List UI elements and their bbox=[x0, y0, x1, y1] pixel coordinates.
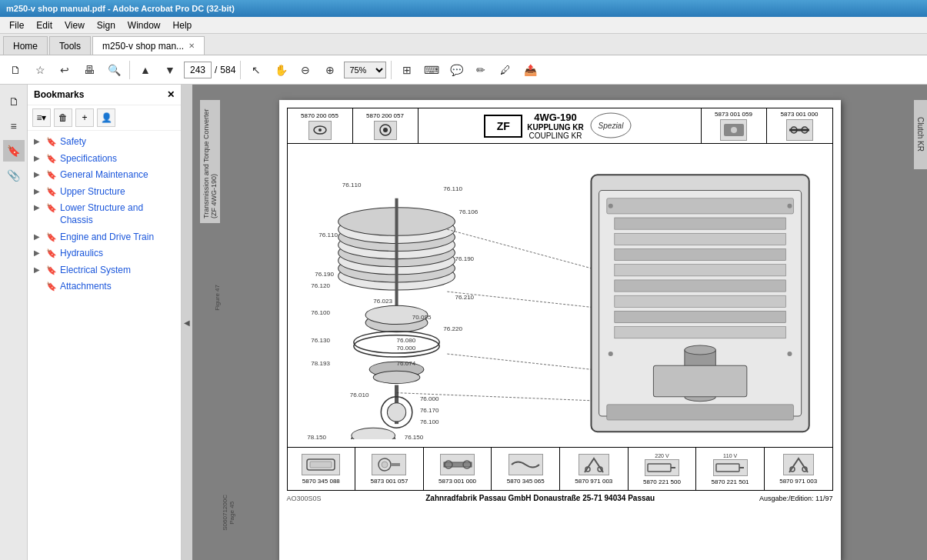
bookmark-hydraulics[interactable]: ▶ 🔖 Hydraulics bbox=[28, 245, 181, 262]
divider-3 bbox=[391, 61, 392, 79]
share-button[interactable]: 📤 bbox=[519, 59, 541, 81]
bm-view-btn[interactable]: ≡▾ bbox=[32, 108, 51, 127]
diagram-subtitle2: COUPLING KR bbox=[527, 132, 583, 140]
prev-page-button[interactable]: ▲ bbox=[135, 59, 156, 81]
sign-button[interactable]: 🖊 bbox=[495, 59, 516, 81]
menu-help[interactable]: Help bbox=[167, 18, 198, 32]
svg-rect-58 bbox=[606, 198, 793, 214]
fit-page-button[interactable]: ⊞ bbox=[396, 59, 418, 81]
svg-text:76.110: 76.110 bbox=[318, 232, 338, 238]
menu-edit[interactable]: Edit bbox=[30, 18, 58, 32]
header-cell-2: 5870 200 057 bbox=[353, 108, 418, 143]
attachments-icon[interactable]: 📎 bbox=[3, 165, 25, 186]
collapse-handle[interactable]: ◀ bbox=[182, 85, 192, 560]
svg-rect-62 bbox=[614, 265, 785, 276]
part-num-2: 5870 200 057 bbox=[366, 112, 404, 119]
bookmark-general-maintenance[interactable]: ▶ 🔖 General Maintenance bbox=[28, 167, 181, 184]
page-footer: AO300S0S Zahnradfabrik Passau GmbH Donau… bbox=[287, 494, 833, 502]
new-button[interactable]: 🗋 bbox=[5, 59, 26, 81]
svg-rect-60 bbox=[614, 233, 785, 245]
svg-text:Spezial: Spezial bbox=[599, 122, 625, 130]
title-bar: m250-v shop manual.pdf - Adobe Acrobat P… bbox=[0, 0, 927, 17]
comment-button[interactable]: 💬 bbox=[445, 59, 467, 81]
svg-point-67 bbox=[608, 204, 612, 208]
nav-icon[interactable]: 🗋 bbox=[3, 91, 25, 112]
tab-home-label: Home bbox=[13, 41, 38, 52]
svg-text:76.000: 76.000 bbox=[419, 395, 438, 402]
bookmarks-close-icon[interactable]: ✕ bbox=[167, 89, 175, 100]
menu-sign[interactable]: Sign bbox=[91, 18, 122, 32]
back-button[interactable]: ↩ bbox=[54, 59, 75, 81]
voltage-2: 110 V bbox=[723, 453, 737, 458]
main-area: 🗋 ≡ 🔖 📎 Bookmarks ✕ ≡▾ 🗑 + 👤 ▶ 🔖 Safety … bbox=[0, 85, 927, 560]
bm-bookmark-icon: 🔖 bbox=[46, 170, 57, 180]
tab-document[interactable]: m250-v shop man... ✕ bbox=[92, 36, 205, 55]
menu-view[interactable]: View bbox=[58, 18, 91, 32]
tab-home[interactable]: Home bbox=[3, 36, 48, 55]
tab-close-icon[interactable]: ✕ bbox=[188, 42, 195, 50]
search-button[interactable]: 🔍 bbox=[103, 59, 125, 81]
header-cell-5: 5873 001 059 bbox=[702, 108, 767, 143]
zoom-out-button[interactable]: ⊖ bbox=[295, 59, 316, 81]
svg-point-83 bbox=[382, 462, 388, 468]
page-separator: / bbox=[215, 65, 217, 75]
page-number-input[interactable]: 243 bbox=[184, 62, 212, 78]
svg-point-30 bbox=[351, 428, 395, 439]
title-block: 4WG-190 KUPPLUNG KR COUPLING KR bbox=[527, 112, 583, 140]
layers-icon[interactable]: ≡ bbox=[3, 115, 25, 137]
svg-rect-81 bbox=[310, 462, 332, 468]
footer-num-5: 5870 971 003 bbox=[575, 478, 612, 485]
bm-delete-btn[interactable]: 🗑 bbox=[54, 108, 72, 127]
menu-window[interactable]: Window bbox=[122, 18, 167, 32]
hand-tool[interactable]: ✋ bbox=[270, 59, 292, 81]
divider-2 bbox=[240, 61, 241, 79]
svg-text:78.150: 78.150 bbox=[307, 434, 326, 439]
next-page-button[interactable]: ▼ bbox=[159, 59, 181, 81]
svg-text:76.120: 76.120 bbox=[311, 282, 330, 289]
bookmark-electrical[interactable]: ▶ 🔖 Electrical System bbox=[28, 262, 181, 279]
bm-bookmark-icon: 🔖 bbox=[46, 232, 57, 242]
footer-edition: Ausgabe:/Edition: 11/97 bbox=[759, 495, 833, 502]
bm-arrow-icon: ▶ bbox=[34, 137, 43, 145]
bookmarks-icon[interactable]: 🔖 bbox=[3, 140, 25, 162]
total-pages: 584 bbox=[220, 65, 235, 75]
highlight-button[interactable]: ✏ bbox=[470, 59, 492, 81]
bm-electrical-label: Electrical System bbox=[60, 265, 131, 277]
select-tool[interactable]: ↖ bbox=[245, 59, 267, 81]
diagram-container: 76.110 76.110 76.106 76.110 76.190 76.12… bbox=[287, 144, 833, 448]
svg-point-28 bbox=[387, 403, 405, 422]
svg-text:76.023: 76.023 bbox=[373, 298, 392, 305]
tab-tools[interactable]: Tools bbox=[49, 36, 91, 55]
bookmark-engine[interactable]: ▶ 🔖 Engine and Drive Train bbox=[28, 229, 181, 246]
footer-cell-3: 5873 001 000 bbox=[424, 448, 492, 490]
rotate-button[interactable]: ⌨ bbox=[421, 59, 442, 81]
part-img-5 bbox=[720, 119, 747, 141]
footer-cell-4: 5870 345 065 bbox=[492, 448, 560, 490]
zoom-select[interactable]: 75% 50% 100% 125% 150% bbox=[344, 62, 386, 78]
bookmark-button[interactable]: ☆ bbox=[29, 59, 51, 81]
source-code: AO300S0S bbox=[287, 495, 322, 502]
bm-bookmark-icon: 🔖 bbox=[46, 248, 57, 258]
bookmark-attachments[interactable]: 🔖 Attachments bbox=[28, 278, 181, 295]
print-button[interactable]: 🖶 bbox=[78, 59, 100, 81]
zoom-in-button[interactable]: ⊕ bbox=[319, 59, 341, 81]
svg-text:76.110: 76.110 bbox=[342, 182, 361, 188]
svg-rect-74 bbox=[653, 365, 746, 396]
document-page: Figure 47 S06071200C Page 45 5870 200 05… bbox=[279, 100, 841, 560]
parts-diagram: 76.110 76.110 76.106 76.110 76.190 76.12… bbox=[295, 152, 825, 439]
svg-point-3 bbox=[383, 128, 388, 132]
bookmark-specifications[interactable]: ▶ 🔖 Specifications bbox=[28, 151, 181, 168]
header-cell-6: 5873 001 000 bbox=[767, 108, 832, 143]
menu-file[interactable]: File bbox=[3, 18, 30, 32]
bookmark-upper-structure[interactable]: ▶ 🔖 Upper Structure bbox=[28, 184, 181, 201]
bookmarks-list: ▶ 🔖 Safety ▶ 🔖 Specifications ▶ 🔖 Genera… bbox=[28, 131, 181, 560]
svg-rect-65 bbox=[614, 311, 785, 322]
bm-add-btn[interactable]: + bbox=[75, 108, 94, 127]
bookmark-lower-structure[interactable]: ▶ 🔖 Lower Structure and Chassis bbox=[28, 200, 181, 228]
bm-lower-structure-label: Lower Structure and Chassis bbox=[60, 202, 178, 226]
header-main-cell: ZF 4WG-190 KUPPLUNG KR COUPLING KR Spezi… bbox=[418, 108, 702, 143]
bookmark-safety[interactable]: ▶ 🔖 Safety bbox=[28, 134, 181, 151]
doc-area: Transmission and Torque Converter (ZF 4W… bbox=[192, 85, 927, 560]
part-num-1: 5870 200 055 bbox=[301, 112, 338, 119]
bm-person-btn[interactable]: 👤 bbox=[97, 108, 115, 127]
